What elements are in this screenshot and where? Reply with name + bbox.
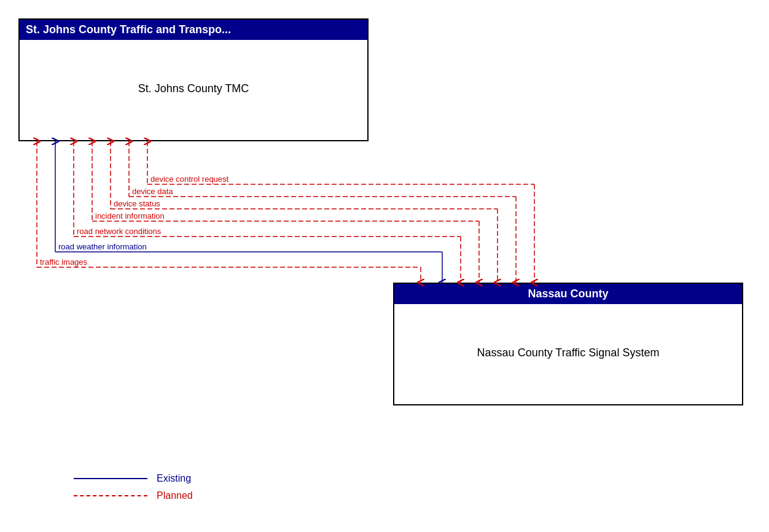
legend-existing-line — [74, 478, 147, 479]
svg-text:device control request: device control request — [150, 174, 229, 184]
svg-text:road weather information: road weather information — [58, 242, 147, 251]
stjohns-content: St. Johns County TMC — [20, 40, 367, 137]
svg-text:road network conditions: road network conditions — [77, 227, 162, 236]
legend-existing: Existing — [74, 473, 193, 484]
svg-text:incident information: incident information — [95, 211, 165, 221]
legend-planned-line — [74, 495, 147, 496]
legend: Existing Planned — [74, 473, 193, 507]
diagram-container: St. Johns County Traffic and Transpo... … — [0, 0, 769, 532]
nassau-box: Nassau County Nassau County Traffic Sign… — [393, 283, 743, 405]
svg-text:device status: device status — [114, 199, 160, 208]
stjohns-box: St. Johns County Traffic and Transpo... … — [18, 18, 369, 141]
svg-text:traffic images: traffic images — [40, 257, 88, 267]
nassau-header: Nassau County — [394, 284, 742, 304]
legend-planned: Planned — [74, 490, 193, 501]
legend-existing-label: Existing — [157, 473, 191, 484]
legend-planned-label: Planned — [157, 490, 193, 501]
stjohns-header: St. Johns County Traffic and Transpo... — [20, 20, 367, 40]
svg-text:device data: device data — [132, 187, 173, 196]
nassau-content: Nassau County Traffic Signal System — [394, 304, 742, 401]
